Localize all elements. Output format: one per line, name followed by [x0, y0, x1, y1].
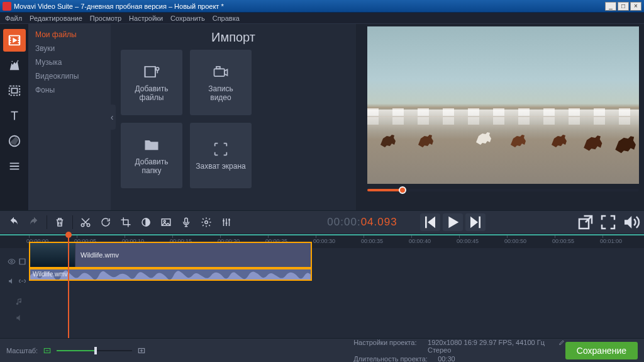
music-track-head [0, 293, 29, 310]
tile-add-folder[interactable]: Добавить папку [121, 123, 182, 188]
menu-save[interactable]: Сохранить [170, 14, 205, 22]
svg-point-7 [156, 67, 159, 71]
tool-titles[interactable] [3, 105, 26, 127]
close-button[interactable]: × [630, 2, 641, 11]
tool-import[interactable] [3, 29, 26, 52]
tile-record-video[interactable]: Запись видео [190, 50, 252, 115]
mic-button[interactable] [176, 212, 196, 232]
svg-point-1 [17, 60, 18, 62]
tool-transitions[interactable] [3, 79, 26, 102]
play-button[interactable] [443, 213, 463, 231]
tool-more[interactable] [3, 155, 26, 178]
svg-rect-4 [11, 88, 17, 93]
preview-video[interactable] [367, 26, 639, 184]
tile-add-files[interactable]: Добавить файлы [121, 50, 182, 115]
save-button[interactable]: Сохранение [565, 342, 638, 359]
undo-button[interactable] [4, 212, 24, 232]
tile-add-folder-label: Добавить папку [135, 157, 168, 176]
svg-rect-19 [19, 259, 25, 264]
svg-point-2 [11, 61, 13, 62]
menu-help[interactable]: Справка [213, 14, 240, 22]
minimize-button[interactable]: _ [605, 2, 616, 11]
sidebar-sounds[interactable]: Звуки [29, 42, 111, 55]
svg-rect-3 [9, 86, 19, 96]
edit-icon[interactable] [558, 339, 565, 346]
equalizer-button[interactable] [216, 212, 236, 232]
video-clip[interactable]: Wildlife.wmv [29, 242, 312, 268]
settings-button[interactable] [196, 212, 216, 232]
menu-edit[interactable]: Редактирование [30, 14, 82, 22]
sidebar-my-files[interactable]: Мои файлы [29, 28, 111, 42]
tool-filters[interactable] [3, 54, 26, 77]
svg-rect-9 [216, 66, 220, 69]
rotate-button[interactable] [96, 212, 116, 232]
tile-record-video-label: Запись видео [208, 84, 233, 103]
sidebar-collapse[interactable]: ‹ [108, 105, 116, 130]
import-sidebar: Мои файлы Звуки Музыка Видеоклипы Фоны ‹ [29, 24, 111, 210]
proj-settings-label: Настройки проекта: [353, 339, 425, 354]
timecode-red: 04.093 [361, 216, 397, 228]
timeline: 00:00:0000:00:0500:00:1000:00:1500:00:20… [0, 234, 644, 338]
timecode-display: 00:00:04.093 [327, 216, 397, 229]
picture-button[interactable] [156, 212, 176, 232]
note-icon [15, 297, 24, 306]
eye-icon[interactable] [8, 257, 16, 266]
tile-capture-screen[interactable]: Захват экрана [190, 123, 252, 188]
window-title: Movavi Video Suite – 7-дневная пробная в… [14, 3, 224, 10]
app-icon [3, 2, 11, 11]
menu-view[interactable]: Просмотр [90, 14, 121, 22]
sound-track-head [0, 310, 29, 326]
import-title: Импорт [121, 30, 346, 45]
speaker-icon[interactable] [8, 277, 16, 285]
link-icon [18, 277, 26, 285]
cut-button[interactable] [75, 212, 96, 232]
redo-button[interactable] [24, 212, 44, 232]
proj-duration-value: 00:30 [438, 355, 455, 363]
svg-point-16 [205, 221, 208, 224]
zoom-out-icon[interactable] [43, 346, 52, 355]
video-track-head [0, 248, 29, 274]
volume-button[interactable] [621, 213, 640, 232]
svg-rect-6 [145, 66, 155, 76]
import-panel: Мои файлы Звуки Музыка Видеоклипы Фоны ‹… [29, 24, 356, 210]
svg-rect-8 [214, 69, 225, 76]
svg-point-18 [11, 260, 13, 262]
tool-stickers[interactable] [3, 130, 26, 152]
speaker2-icon [15, 314, 24, 322]
next-button[interactable] [465, 213, 486, 231]
crop-button[interactable] [116, 212, 136, 232]
audio-clip[interactable]: Wildlife.wmv [29, 268, 312, 281]
proj-settings-value: 1920x1080 16:9 29.97 FPS, 44100 Гц Стере… [428, 339, 552, 354]
prev-button[interactable] [420, 213, 440, 231]
menu-settings[interactable]: Настройки [129, 14, 163, 22]
film-icon [18, 257, 26, 266]
tile-capture-screen-label: Захват экрана [196, 162, 245, 171]
menu-file[interactable]: Файл [5, 14, 22, 22]
audio-clip-name: Wildlife.wmv [33, 271, 68, 278]
sidebar-videoclips[interactable]: Видеоклипы [29, 69, 111, 83]
delete-button[interactable] [50, 212, 70, 232]
video-clip-name: Wildlife.wmv [80, 251, 119, 259]
maximize-button[interactable]: □ [618, 2, 629, 11]
preview-progress[interactable] [367, 189, 639, 191]
left-tool-strip [0, 24, 29, 210]
svg-point-14 [164, 220, 165, 222]
timecode-grey: 00:00: [327, 216, 360, 228]
fullscreen-button[interactable] [599, 213, 618, 232]
zoom-slider[interactable] [57, 350, 132, 351]
editor-toolbar: 00:00:04.093 [0, 210, 644, 234]
sidebar-music[interactable]: Музыка [29, 55, 111, 69]
tile-add-files-label: Добавить файлы [135, 84, 168, 103]
audio-track-head [0, 274, 29, 287]
playhead[interactable] [68, 235, 69, 338]
popout-button[interactable] [576, 213, 595, 232]
color-button[interactable] [136, 212, 156, 232]
zoom-in-icon[interactable] [137, 346, 146, 355]
zoom-label: Масштаб: [6, 347, 38, 354]
playback-controls [420, 213, 486, 231]
sidebar-backgrounds[interactable]: Фоны [29, 83, 111, 97]
proj-duration-label: Длительность проекта: [353, 355, 435, 363]
preview-panel [356, 24, 644, 210]
window-titlebar: Movavi Video Suite – 7-дневная пробная в… [0, 0, 644, 13]
svg-rect-15 [185, 218, 188, 223]
